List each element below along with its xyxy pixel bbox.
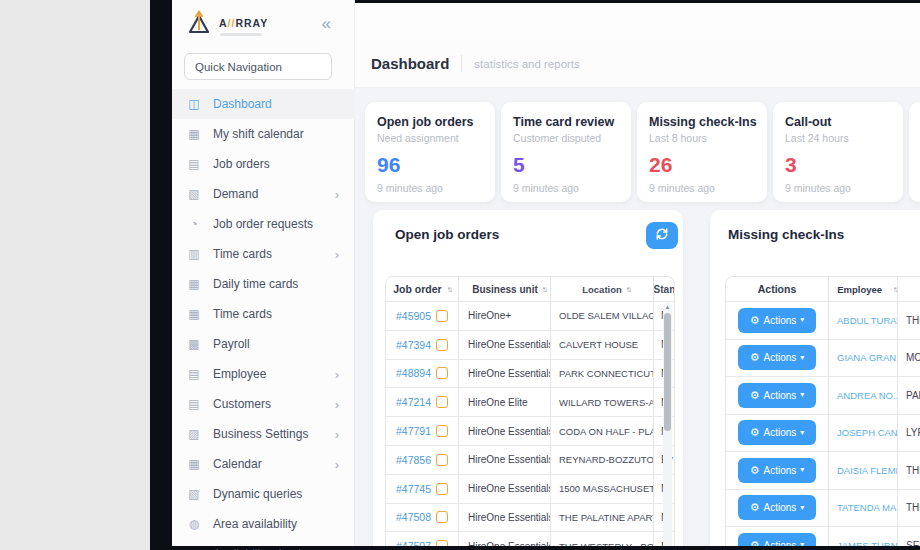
customer-cell: THE bbox=[898, 302, 920, 339]
sidebar-item[interactable]: ▩ Payroll › bbox=[172, 329, 355, 359]
brand-tagline bbox=[220, 33, 262, 36]
job-order-link[interactable]: #45905 bbox=[396, 310, 431, 322]
stat-card-subtitle: Need assignment bbox=[377, 132, 483, 144]
brand-header: A//RRAY « bbox=[172, 8, 355, 48]
employee-link[interactable]: ABDUL TURAY bbox=[829, 302, 898, 339]
sidebar-item[interactable]: ▦ My shift calendar › bbox=[172, 119, 355, 149]
job-order-row: #47214 HireOne Elite WILLARD TOWERS-AIR.… bbox=[386, 388, 674, 417]
location-cell: THE PALATINE APARTM... bbox=[551, 504, 654, 532]
business-unit-cell: HireOne Essentials bbox=[459, 331, 551, 359]
column-header-customer[interactable]: Customer bbox=[898, 277, 920, 301]
job-order-link[interactable]: #47856 bbox=[396, 454, 431, 466]
table-scrollbar: ▲ bbox=[663, 303, 672, 546]
stat-card[interactable]: Open job orders Need assignment 96 9 min… bbox=[365, 102, 495, 202]
scroll-up-icon[interactable]: ▲ bbox=[663, 304, 672, 310]
column-header-standard[interactable]: Stand bbox=[654, 277, 674, 301]
column-header-employee[interactable]: Employee ↑↓ bbox=[829, 277, 898, 301]
job-order-row: #47745 HireOne Essentials 1500 MASSACHUS… bbox=[386, 475, 674, 504]
stat-card[interactable]: I L 4 9 bbox=[909, 102, 920, 202]
sidebar-item[interactable]: ▤ Job orders › bbox=[172, 149, 355, 179]
actions-button[interactable]: ⚙ Actions ▾ bbox=[738, 308, 816, 333]
customer-cell: LYFT bbox=[898, 415, 920, 452]
job-order-checkbox[interactable] bbox=[436, 396, 448, 408]
job-order-checkbox[interactable] bbox=[436, 425, 448, 437]
job-order-link[interactable]: #47745 bbox=[396, 483, 431, 495]
sidebar-item[interactable]: ◫ Dashboard › bbox=[172, 89, 355, 119]
job-order-link[interactable]: #47394 bbox=[396, 339, 431, 351]
sidebar-item[interactable]: ▥ Time cards › bbox=[172, 239, 355, 269]
employee-link[interactable]: ANDREA NO... bbox=[829, 377, 898, 414]
chevron-right-icon: › bbox=[335, 398, 339, 411]
quick-navigation-input[interactable] bbox=[184, 53, 332, 80]
check-in-row: ⚙ Actions ▾ DAISIA FLEMI... THE T bbox=[726, 452, 920, 490]
stat-card-timestamp: 9 minutes ago bbox=[377, 182, 483, 194]
sidebar-item[interactable]: ▧ Dynamic queries › bbox=[172, 479, 355, 509]
job-order-checkbox[interactable] bbox=[436, 540, 448, 546]
daily-time-cards-icon: ▦ bbox=[186, 277, 202, 291]
job-order-link[interactable]: #47507 bbox=[396, 540, 431, 546]
sidebar-collapse-icon[interactable]: « bbox=[322, 14, 331, 34]
business-unit-cell: HireOne Essentials bbox=[459, 532, 551, 546]
customer-cell: PARK bbox=[898, 377, 920, 414]
stat-card-value: 3 bbox=[785, 153, 891, 177]
actions-button[interactable]: ⚙ Actions ▾ bbox=[738, 458, 816, 483]
stat-card-subtitle: Customer disputed bbox=[513, 132, 619, 144]
sidebar-item[interactable]: ◍ Availability check › bbox=[172, 539, 355, 550]
job-order-checkbox[interactable] bbox=[436, 454, 448, 466]
job-order-link[interactable]: #47508 bbox=[396, 511, 431, 523]
employee-link[interactable]: JAMES TURN... bbox=[829, 527, 898, 546]
chevron-down-icon: ▾ bbox=[800, 316, 804, 324]
sidebar-item[interactable]: ▤ Employee › bbox=[172, 359, 355, 389]
time-cards-icon: ▦ bbox=[186, 307, 202, 321]
sidebar-item[interactable]: ▨ Business Settings › bbox=[172, 419, 355, 449]
column-header-business-unit[interactable]: Business unit ↑↓ bbox=[459, 277, 551, 301]
employee-link[interactable]: DAISIA FLEMI... bbox=[829, 452, 898, 489]
location-cell: CODA ON HALF - PLAC... bbox=[551, 417, 654, 445]
scrollbar-thumb[interactable] bbox=[664, 313, 671, 431]
column-header-job-order[interactable]: Job order ↑↓ bbox=[386, 277, 459, 301]
location-cell: OLDE SALEM VILLAGE ... bbox=[551, 302, 654, 330]
employee-link[interactable]: GIANA GRAN... bbox=[829, 340, 898, 377]
actions-button[interactable]: ⚙ Actions ▾ bbox=[738, 345, 816, 370]
actions-button[interactable]: ⚙ Actions ▾ bbox=[738, 420, 816, 445]
actions-button[interactable]: ⚙ Actions ▾ bbox=[738, 533, 816, 546]
sidebar-item[interactable]: ▦ Time cards › bbox=[172, 299, 355, 329]
refresh-button[interactable] bbox=[646, 222, 678, 249]
job-order-row: #47508 HireOne Essentials THE PALATINE A… bbox=[386, 504, 674, 533]
stat-card[interactable]: Missing check-Ins Last 8 hours 26 9 minu… bbox=[637, 102, 767, 202]
job-order-checkbox[interactable] bbox=[436, 367, 448, 379]
table-header-row: Job order ↑↓ Business unit ↑↓ Location ↑… bbox=[386, 277, 674, 302]
job-order-checkbox[interactable] bbox=[436, 310, 448, 322]
gear-icon: ⚙ bbox=[750, 465, 760, 476]
job-order-checkbox[interactable] bbox=[436, 511, 448, 523]
gear-icon: ⚙ bbox=[750, 540, 760, 546]
job-order-link[interactable]: #48894 bbox=[396, 367, 431, 379]
sidebar-item[interactable]: ▧ Demand › bbox=[172, 179, 355, 209]
sidebar-item[interactable]: ◔ Job order requests › bbox=[172, 209, 355, 239]
sidebar-item[interactable]: ▦ Calendar › bbox=[172, 449, 355, 479]
sidebar-menu: ◫ Dashboard › ▦ My shift calendar › ▤ bbox=[172, 89, 355, 550]
sidebar-item[interactable]: ▦ Daily time cards › bbox=[172, 269, 355, 299]
stat-card-timestamp: 9 minutes ago bbox=[649, 182, 755, 194]
job-order-checkbox[interactable] bbox=[436, 339, 448, 351]
actions-button[interactable]: ⚙ Actions ▾ bbox=[738, 383, 816, 408]
panel-title: Open job orders bbox=[395, 227, 683, 242]
chevron-down-icon: ▾ bbox=[800, 354, 804, 362]
stat-card[interactable]: Time card review Customer disputed 5 9 m… bbox=[501, 102, 631, 202]
employee-link[interactable]: JOSEPH CAN... bbox=[829, 415, 898, 452]
job-order-link[interactable]: #47214 bbox=[396, 396, 431, 408]
actions-button[interactable]: ⚙ Actions ▾ bbox=[738, 495, 816, 520]
check-in-row: ⚙ Actions ▾ TATENDA MA... THE bbox=[726, 490, 920, 528]
chevron-right-icon: › bbox=[335, 458, 339, 471]
job-order-link[interactable]: #47791 bbox=[396, 425, 431, 437]
sidebar-item[interactable]: ▤ Customers › bbox=[172, 389, 355, 419]
missing-check-ins-panel: Missing check-Ins Actions Employee ↑↓ bbox=[710, 210, 920, 546]
check-in-row: ⚙ Actions ▾ ABDUL TURAY THE bbox=[726, 302, 920, 340]
chevron-right-icon: › bbox=[335, 428, 339, 441]
employee-link[interactable]: TATENDA MA... bbox=[829, 490, 898, 527]
column-header-location[interactable]: Location ↑↓ bbox=[551, 277, 654, 301]
stat-card-title: Open job orders bbox=[377, 115, 483, 129]
sidebar-item[interactable]: ◍ Area availability › bbox=[172, 509, 355, 539]
stat-card[interactable]: Call-out Last 24 hours 3 9 minutes ago bbox=[773, 102, 903, 202]
job-order-checkbox[interactable] bbox=[436, 483, 448, 495]
